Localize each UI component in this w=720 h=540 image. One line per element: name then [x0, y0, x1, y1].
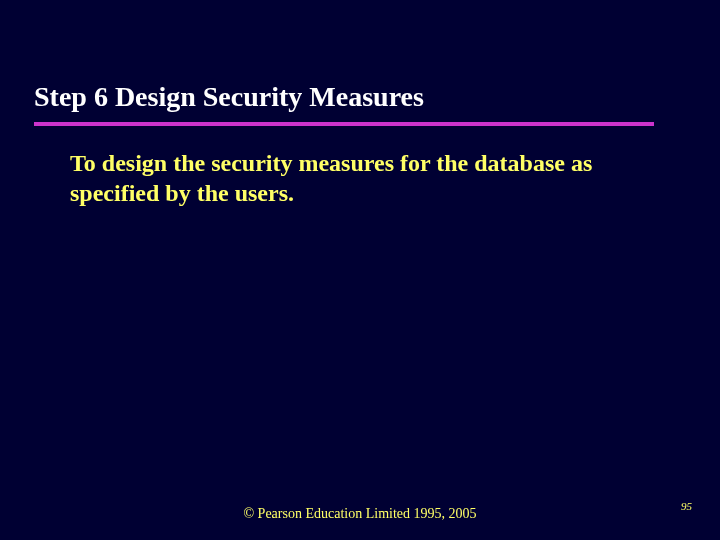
page-number: 95	[681, 500, 692, 512]
slide-body-text: To design the security measures for the …	[70, 150, 592, 206]
slide-body-area: To design the security measures for the …	[70, 148, 630, 208]
slide-title-area: Step 6 Design Security Measures	[34, 82, 654, 113]
footer-copyright: © Pearson Education Limited 1995, 2005	[0, 506, 720, 522]
slide-title: Step 6 Design Security Measures	[34, 81, 424, 112]
slide: Step 6 Design Security Measures To desig…	[0, 0, 720, 540]
title-underline	[34, 122, 654, 126]
